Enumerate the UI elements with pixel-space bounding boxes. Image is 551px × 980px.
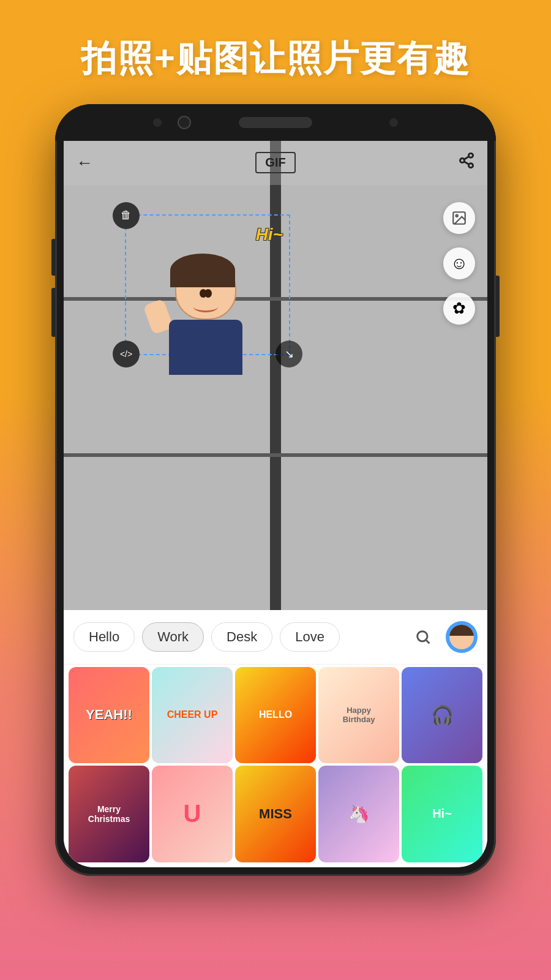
svg-point-0: [469, 153, 473, 157]
svg-line-4: [464, 157, 469, 160]
clover-tool-button[interactable]: ✿: [443, 293, 475, 325]
tag-hello[interactable]: Hello: [73, 622, 135, 652]
svg-point-1: [460, 159, 465, 163]
sticker-delete-button[interactable]: 🗑: [113, 202, 140, 229]
tag-row: Hello Work Desk Love: [64, 610, 487, 665]
character-body-suit: [169, 320, 242, 375]
svg-line-3: [464, 162, 469, 165]
header-text: 拍照+贴图让照片更有趣: [56, 37, 495, 80]
sticker-item-hi[interactable]: Hi~: [402, 766, 482, 862]
sensor-right: [389, 118, 398, 127]
tag-work[interactable]: Work: [142, 622, 204, 652]
character-body: [144, 252, 267, 375]
sticker-item-u[interactable]: U: [152, 766, 233, 862]
svg-point-2: [469, 164, 473, 168]
smile: [193, 301, 218, 312]
front-camera: [178, 116, 191, 129]
phone-power-btn: [496, 276, 500, 337]
phone-top-bar: [55, 104, 496, 141]
sticker-item-dj[interactable]: 🎧: [402, 667, 482, 764]
bottom-panel: Hello Work Desk Love: [64, 610, 487, 867]
app-container: ← GIF: [64, 141, 487, 867]
svg-line-8: [426, 640, 429, 643]
phone-frame: ← GIF: [55, 104, 496, 876]
gallery-tool-button[interactable]: [443, 202, 475, 234]
svg-point-6: [456, 214, 458, 216]
sticker-item-unicorn[interactable]: 🦄: [318, 766, 399, 862]
svg-point-7: [418, 631, 427, 641]
sticker-item-christmas[interactable]: MerryChristmas: [69, 766, 149, 862]
emoji-tool-button[interactable]: ☺: [443, 247, 475, 279]
sticker-grid: YEAH!! CHEER UP HELLO HappyBirthday 🎧: [64, 665, 487, 867]
sensor-left: [153, 118, 162, 127]
hi-text: Hi~: [256, 225, 283, 244]
share-button[interactable]: [458, 152, 475, 173]
speaker: [239, 117, 312, 128]
sticker-selection-box[interactable]: 🗑 </> ↘ Hi~: [125, 214, 290, 355]
character-hair: [170, 254, 235, 287]
back-button[interactable]: ←: [76, 153, 93, 173]
tag-desk[interactable]: Desk: [211, 622, 272, 652]
sticker-item-birthday[interactable]: HappyBirthday: [318, 667, 399, 764]
eye-right: [204, 289, 212, 298]
app-top-bar: ← GIF: [64, 141, 487, 185]
sticker-code-button[interactable]: </>: [113, 341, 140, 368]
camera-view: ← GIF: [64, 141, 487, 610]
character-sticker: [144, 252, 267, 375]
cartoon-face: [157, 258, 255, 375]
right-tools: ☺ ✿: [443, 202, 475, 325]
avatar-button[interactable]: [446, 621, 478, 653]
tag-love[interactable]: Love: [280, 622, 340, 652]
search-button[interactable]: [408, 622, 438, 652]
sticker-resize-handle[interactable]: ↘: [276, 341, 302, 368]
gif-badge[interactable]: GIF: [255, 152, 295, 173]
phone-screen: ← GIF: [64, 141, 487, 867]
phone-wrapper: ← GIF: [55, 104, 496, 876]
sticker-item-hello[interactable]: HELLO: [235, 667, 316, 764]
sticker-item-cheerup[interactable]: CHEER UP: [152, 667, 233, 764]
sticker-item-miss[interactable]: MISS: [235, 766, 316, 862]
sticker-item-yeah[interactable]: YEAH!!: [69, 667, 149, 764]
